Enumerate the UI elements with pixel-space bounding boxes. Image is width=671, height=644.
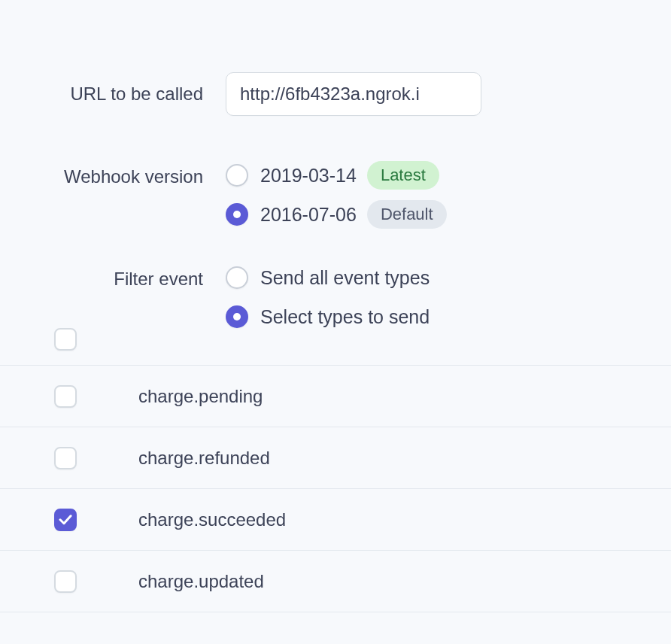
url-label: URL to be called [0, 81, 215, 107]
version-option-value: 2019-03-14 [260, 165, 357, 187]
radio-icon [226, 203, 248, 226]
filter-option-select[interactable]: Select types to send [226, 301, 671, 333]
event-label: charge.pending [138, 386, 263, 407]
filter-label: Filter event [0, 262, 215, 292]
event-item[interactable]: charge.refunded [0, 427, 671, 489]
url-row: URL to be called [0, 72, 671, 116]
event-item[interactable] [0, 339, 671, 366]
version-option-default[interactable]: 2016-07-06 Default [226, 199, 671, 230]
checkbox-icon[interactable] [54, 328, 77, 351]
event-item[interactable]: charge.pending [0, 366, 671, 427]
filter-row: Filter event Send all event types Select… [0, 262, 671, 333]
filter-option-value: Select types to send [260, 306, 430, 328]
checkbox-icon[interactable] [54, 570, 77, 593]
event-list: charge.pending charge.refunded charge.su… [0, 339, 671, 612]
event-label: charge.updated [138, 571, 264, 592]
radio-icon [226, 266, 248, 289]
version-option-latest[interactable]: 2019-03-14 Latest [226, 159, 671, 191]
version-option-value: 2016-07-06 [260, 204, 357, 226]
radio-icon [226, 164, 248, 187]
url-input[interactable] [226, 72, 481, 116]
version-row: Webhook version 2019-03-14 Latest 2016-0… [0, 159, 671, 230]
filter-option-all[interactable]: Send all event types [226, 262, 671, 293]
event-item[interactable]: charge.updated [0, 551, 671, 612]
checkbox-icon[interactable] [54, 385, 77, 408]
checkbox-icon[interactable] [54, 447, 77, 469]
check-icon [59, 514, 72, 524]
latest-badge: Latest [367, 161, 439, 190]
radio-icon [226, 305, 248, 328]
event-item[interactable]: charge.succeeded [0, 489, 671, 551]
checkbox-icon[interactable] [54, 509, 77, 531]
default-badge: Default [367, 200, 447, 229]
event-label: charge.succeeded [138, 509, 286, 530]
event-label: charge.refunded [138, 448, 270, 469]
version-label: Webhook version [0, 159, 215, 190]
filter-option-value: Send all event types [260, 267, 430, 289]
